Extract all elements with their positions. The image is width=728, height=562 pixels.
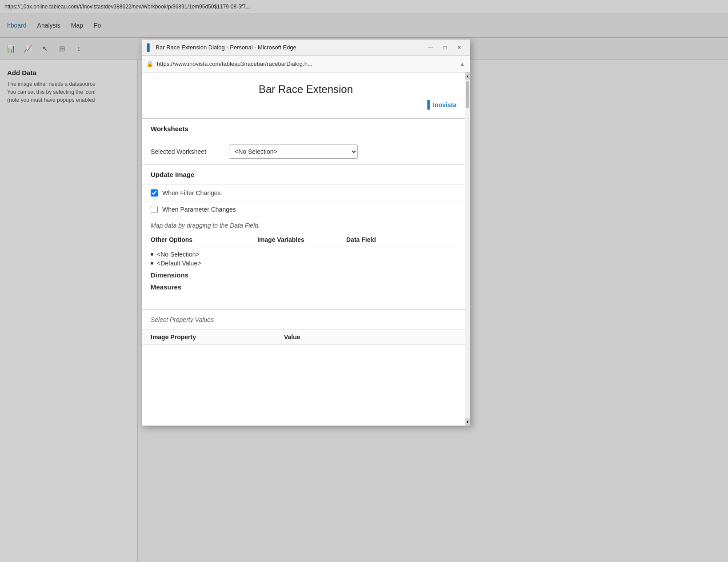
dimensions-label: Dimensions [151, 268, 461, 280]
inovista-logo: ▌inovista [142, 100, 470, 118]
vertical-scrollbar[interactable]: ▲ ▼ [465, 72, 470, 426]
selected-worksheet-row: Selected Worksheet <No Selection> [142, 139, 470, 164]
worksheet-dropdown[interactable]: <No Selection> [229, 145, 358, 159]
scrollbar-thumb[interactable] [466, 81, 469, 108]
close-button[interactable]: ✕ [454, 43, 464, 52]
parameter-changes-label: When Parameter Changes [162, 206, 236, 213]
option-no-selection-text: <No Selection> [157, 251, 200, 258]
filter-changes-checkbox[interactable] [151, 189, 158, 197]
logo-bar-icon: ▌ [427, 100, 433, 109]
maximize-button[interactable]: □ [440, 43, 450, 52]
parameter-changes-checkbox[interactable] [151, 206, 158, 213]
image-property-col-header: Image Property [151, 333, 284, 341]
scroll-up-arrow[interactable]: ▲ [459, 60, 465, 68]
other-options-header: Other Options [151, 233, 248, 246]
worksheets-header: Worksheets [151, 125, 461, 132]
extension-title: Bar Race Extension [142, 72, 470, 100]
bullet-icon-2 [151, 262, 153, 265]
dialog-app-icon: ▌ [147, 44, 152, 52]
dialog-titlebar: ▌ Bar Race Extension Dialog - Personal -… [142, 40, 470, 56]
map-data-instruction: Map data by dragging to the Data Field. [142, 217, 470, 233]
value-col-header: Value [284, 333, 461, 341]
option-no-selection: <No Selection> [151, 250, 461, 259]
lock-icon: 🔒 [146, 60, 153, 67]
option-default-value: <Default Value> [151, 259, 461, 268]
update-image-header: Update Image [142, 165, 470, 185]
filter-changes-label: When Filter Changes [162, 189, 221, 197]
options-header-row: Other Options Image Variables Data Field [151, 233, 461, 246]
dialog-url: https://www.inovista.com/tableau3/raceba… [157, 60, 456, 67]
options-divider [151, 246, 461, 246]
dialog-content: Bar Race Extension ▌inovista Worksheets … [142, 72, 470, 426]
parameter-changes-row: When Parameter Changes [142, 201, 470, 217]
scroll-down-btn[interactable]: ▼ [465, 418, 470, 426]
measures-label: Measures [151, 280, 461, 292]
data-field-header: Data Field [337, 233, 461, 246]
dialog-window: ▌ Bar Race Extension Dialog - Personal -… [141, 39, 470, 426]
worksheets-section: Worksheets [142, 118, 470, 139]
image-variables-header: Image Variables [248, 233, 337, 246]
minimize-button[interactable]: — [425, 43, 436, 52]
selected-worksheet-label: Selected Worksheet [151, 148, 222, 155]
options-section: Other Options Image Variables Data Field… [142, 233, 470, 292]
property-values-section: Select Property Values Image Property Va… [142, 309, 470, 345]
update-image-section: Update Image When Filter Changes When Pa… [142, 164, 470, 217]
property-row-header: Image Property Value [142, 329, 470, 345]
property-values-header: Select Property Values [142, 310, 470, 329]
logo-text: inovista [433, 101, 456, 108]
option-default-value-text: <Default Value> [157, 260, 201, 267]
scroll-up-btn[interactable]: ▲ [465, 72, 470, 80]
bullet-icon [151, 253, 153, 256]
filter-changes-row: When Filter Changes [142, 185, 470, 201]
dialog-title-text: Bar Race Extension Dialog - Personal - M… [156, 44, 422, 51]
dialog-addressbar: 🔒 https://www.inovista.com/tableau3/race… [142, 56, 470, 72]
